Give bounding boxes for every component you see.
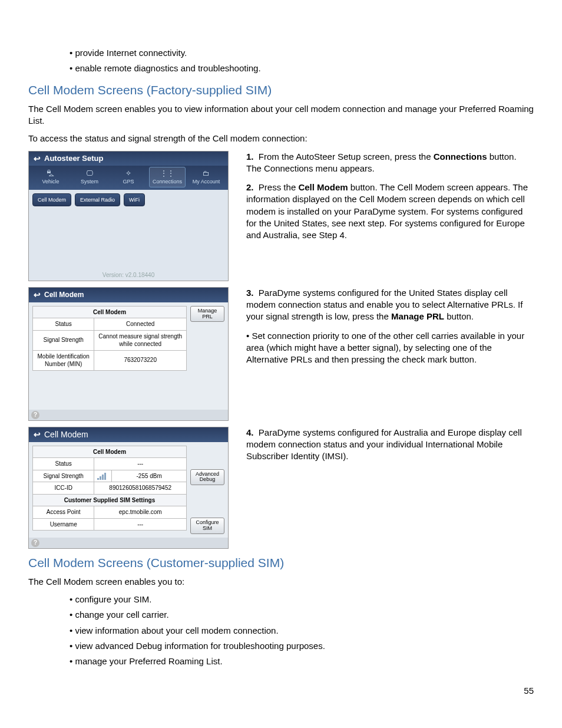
row-value: -255 dBm	[112, 470, 187, 482]
bullet-item: enable remote diagnostics and troublesho…	[70, 62, 534, 74]
table-row: StatusConnected	[33, 318, 187, 331]
row-value: ---	[94, 458, 187, 470]
window-title-bar: ↩ Autosteer Setup	[29, 151, 228, 166]
top-nav: ⛍Vehicle 🖵System ✧GPS ⋮⋮Connections 🗀My …	[29, 166, 228, 189]
help-icon[interactable]: ?	[31, 411, 39, 419]
connections-submenu: Cell Modem External Radio WiFi	[29, 190, 228, 210]
advanced-debug-button[interactable]: Advanced Debug	[190, 469, 224, 486]
tab-external-radio[interactable]: External Radio	[75, 193, 120, 206]
window-title-bar: ↩ Cell Modem	[29, 427, 228, 442]
step-1: 1. From the AutoSteer Setup screen, pres…	[246, 151, 534, 175]
step-2: 2. Press the Cell Modem button. The Cell…	[246, 182, 534, 241]
manage-prl-button[interactable]: Manage PRL	[190, 306, 224, 322]
gps-icon: ✧	[111, 169, 146, 178]
table-header: Cell Modem	[33, 306, 187, 318]
system-icon: 🖵	[72, 169, 107, 178]
connections-icon: ⋮⋮	[150, 169, 185, 178]
row-value: epc.tmobile.com	[94, 506, 187, 519]
bullet-item: configure your SIM.	[70, 594, 534, 605]
bullet-item: view advanced Debug information for trou…	[70, 640, 534, 652]
back-arrow-icon[interactable]: ↩	[34, 153, 41, 164]
row-value: 8901260581068579452	[94, 482, 187, 495]
row-label: Signal Strength	[33, 470, 94, 482]
bullet-item: change your cell carrier.	[70, 609, 534, 621]
row-label: Signal Strength	[33, 330, 94, 350]
row-label: Username	[33, 518, 94, 531]
help-bar: ?	[29, 538, 228, 548]
bullet-item: provide Internet connectivity.	[70, 47, 534, 59]
section1-para2: To access the status and signal strength…	[28, 133, 534, 144]
section1-para1: The Cell Modem screen enables you to vie…	[28, 103, 534, 127]
table-row: ICC-ID8901260581068579452	[33, 482, 187, 495]
table-row: Status---	[33, 458, 187, 470]
tab-cell-modem[interactable]: Cell Modem	[32, 193, 71, 206]
screenshot-cell-modem-intl: ↩ Cell Modem Cell Modem Status--- Signal…	[28, 427, 229, 549]
section2-para: The Cell Modem screen enables you to:	[28, 576, 534, 588]
table-row: Mobile Identification Number (MIN)763207…	[33, 350, 187, 370]
step-3: 3. ParaDyme systems configured for the U…	[246, 287, 534, 323]
table-header: Customer Supplied SIM Settings	[33, 494, 187, 506]
row-label: Status	[33, 318, 94, 331]
back-arrow-icon[interactable]: ↩	[34, 429, 41, 440]
row-value: Cannot measure signal strength while con…	[94, 330, 187, 350]
tab-wifi[interactable]: WiFi	[124, 193, 145, 206]
row-label: Access Point	[33, 506, 94, 519]
nav-gps[interactable]: ✧GPS	[110, 167, 147, 187]
window-title: Autosteer Setup	[44, 153, 103, 164]
nav-vehicle[interactable]: ⛍Vehicle	[32, 167, 69, 187]
bullet-item: view information about your cell modem c…	[70, 625, 534, 637]
row-value: Connected	[94, 318, 187, 331]
table-row: Access Pointepc.tmobile.com	[33, 506, 187, 519]
row-value: 7632073220	[94, 350, 187, 370]
signal-bars-icon	[94, 470, 112, 482]
window-title: Cell Modem	[44, 290, 84, 299]
table-row: Signal Strength-255 dBm	[33, 470, 187, 482]
nav-system[interactable]: 🖵System	[71, 167, 108, 187]
help-bar: ?	[29, 410, 228, 420]
screenshot-cell-modem-us: ↩ Cell Modem Cell Modem StatusConnected …	[28, 287, 229, 421]
step-3-sub: • Set connection priority to one of the …	[246, 330, 534, 366]
section2-bullets: configure your SIM. change your cell car…	[70, 594, 534, 667]
help-icon[interactable]: ?	[31, 539, 39, 547]
window-title-bar: ↩ Cell Modem	[29, 288, 228, 302]
cell-modem-table: Cell Modem StatusConnected Signal Streng…	[32, 306, 187, 371]
account-icon: 🗀	[189, 169, 224, 178]
row-label: Status	[33, 458, 94, 470]
table-header: Cell Modem	[33, 446, 187, 458]
version-label: Version: v2.0.18440	[29, 271, 228, 279]
window-title: Cell Modem	[44, 429, 88, 440]
row-value: ---	[94, 518, 187, 531]
nav-connections[interactable]: ⋮⋮Connections	[149, 167, 186, 187]
configure-sim-button[interactable]: Configure SIM	[190, 518, 224, 534]
nav-my-account[interactable]: 🗀My Account	[188, 167, 224, 187]
cell-modem-table: Cell Modem Status--- Signal Strength-255…	[32, 446, 187, 531]
row-label: Mobile Identification Number (MIN)	[33, 350, 94, 370]
back-arrow-icon[interactable]: ↩	[34, 289, 41, 301]
table-row: Signal StrengthCannot measure signal str…	[33, 330, 187, 350]
page-number: 55	[28, 685, 534, 697]
bullet-item: manage your Preferred Roaming List.	[70, 655, 534, 667]
screenshot-autosteer-setup: ↩ Autosteer Setup ⛍Vehicle 🖵System ✧GPS …	[28, 151, 229, 281]
vehicle-icon: ⛍	[33, 169, 68, 178]
intro-bullets: provide Internet connectivity. enable re…	[70, 47, 534, 75]
section-heading-factory-sim: Cell Modem Screens (Factory-supplied SIM…	[28, 82, 534, 98]
row-label: ICC-ID	[33, 482, 94, 495]
table-row: Username---	[33, 518, 187, 531]
step-4: 4. ParaDyme systems configured for Austr…	[246, 427, 534, 463]
section-heading-customer-sim: Cell Modem Screens (Customer-supplied SI…	[28, 555, 534, 571]
